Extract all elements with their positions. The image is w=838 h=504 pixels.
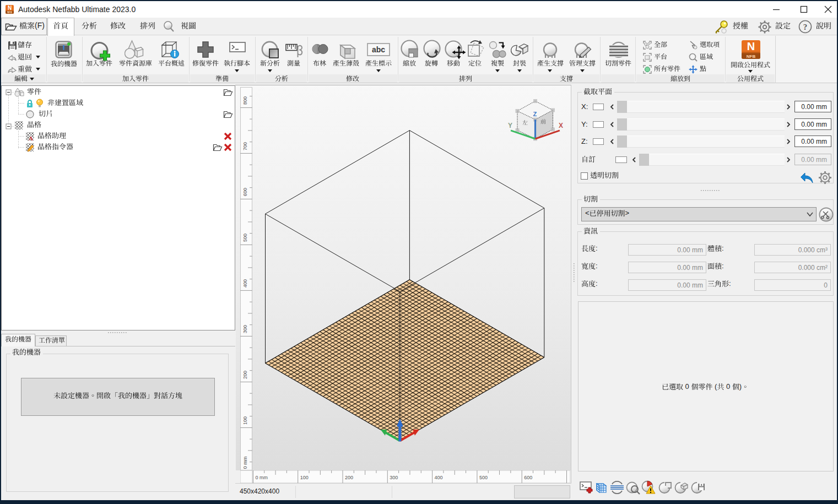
svg-text:500: 500: [479, 475, 488, 480]
svg-text:abc: abc: [372, 45, 385, 54]
svg-text:Z: Z: [533, 111, 537, 117]
svg-text:A: A: [29, 135, 33, 141]
svg-text:700: 700: [242, 142, 248, 150]
svg-text::: :: [596, 279, 598, 288]
svg-text:800: 800: [242, 96, 248, 105]
svg-text:300: 300: [242, 325, 248, 333]
svg-text:<: <: [585, 209, 590, 217]
svg-text:400: 400: [435, 475, 443, 480]
svg-text:0 mm: 0 mm: [255, 475, 268, 480]
svg-text:500: 500: [242, 234, 248, 242]
svg-text:NFB: NFB: [747, 54, 756, 59]
svg-text:0: 0: [683, 382, 691, 391]
svg-text::: :: [722, 262, 724, 270]
svg-text:0 mm: 0 mm: [242, 457, 248, 469]
svg-text:400: 400: [242, 279, 248, 288]
svg-text::: :: [722, 244, 724, 252]
svg-text::: :: [596, 244, 598, 252]
svg-text:X: X: [559, 122, 563, 129]
svg-text:N: N: [747, 40, 755, 52]
svg-text:NFB: NFB: [7, 11, 13, 14]
svg-text:(: (: [712, 382, 717, 391]
svg-text:100: 100: [242, 416, 248, 425]
svg-text:600: 600: [242, 188, 248, 196]
svg-text:(F): (F): [35, 21, 45, 30]
svg-text:200: 200: [345, 475, 353, 480]
svg-text:>: >: [625, 209, 630, 217]
svg-text::: :: [729, 279, 731, 288]
svg-text:600: 600: [524, 475, 532, 480]
svg-text:Y: Y: [508, 122, 512, 129]
svg-text:300: 300: [390, 475, 398, 480]
svg-text::: :: [596, 262, 598, 270]
svg-text:N: N: [8, 5, 12, 11]
svg-text:100: 100: [300, 475, 309, 480]
svg-text:): ): [739, 382, 742, 391]
svg-text:200: 200: [242, 371, 248, 379]
svg-text:?: ?: [803, 23, 808, 31]
svg-text:0: 0: [724, 382, 732, 391]
